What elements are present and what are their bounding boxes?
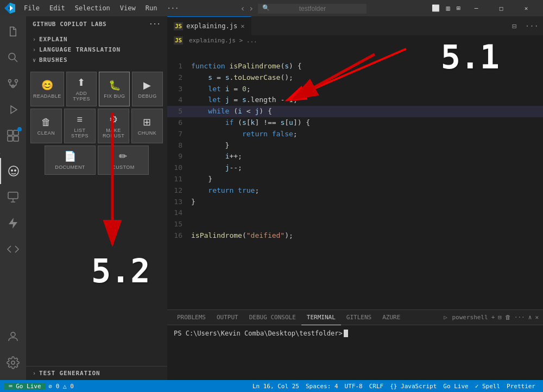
svg-point-3: [15, 80, 18, 83]
status-errors[interactable]: ⊘ 0 △ 0: [46, 383, 77, 390]
svg-point-2: [9, 80, 11, 83]
titlebar: File Edit Selection View Run ··· ‹ › 🔍 ⬜…: [0, 0, 543, 16]
terminal-body[interactable]: PS C:\Users\Kevin Comba\Desktop\testfold…: [167, 325, 543, 380]
brush-fix-bug[interactable]: 🐛 FIX BUG: [99, 72, 130, 106]
terminal-maximize-icon[interactable]: ∧: [528, 314, 532, 321]
svg-rect-8: [8, 130, 12, 135]
tab-azure[interactable]: AZURE: [377, 310, 406, 325]
close-button[interactable]: ✕: [514, 0, 539, 16]
code-line-5: 5 while (i < j) {: [167, 106, 543, 117]
status-eol[interactable]: CRLF: [366, 383, 387, 390]
svg-point-12: [9, 166, 18, 176]
menu-run[interactable]: Run: [141, 3, 162, 13]
menu-bar: File Edit Selection View Run ···: [20, 3, 183, 13]
terminal-more-icon[interactable]: ···: [514, 314, 525, 321]
sidebar-explain[interactable]: › EXPLAIN: [26, 34, 167, 45]
menu-edit[interactable]: Edit: [45, 3, 70, 13]
status-spaces[interactable]: Spaces: 4: [302, 383, 342, 390]
layout3-icon[interactable]: ⊞: [453, 4, 464, 12]
activity-copilot[interactable]: [0, 158, 26, 184]
activity-extensions[interactable]: [0, 123, 26, 149]
code-line-16: 16 isPalindrome("deified");: [167, 230, 543, 242]
svg-marker-18: [9, 218, 17, 229]
terminal-trash-icon[interactable]: 🗑: [505, 314, 511, 321]
tab-output[interactable]: OUTPUT: [211, 310, 244, 325]
activity-accounts[interactable]: [0, 324, 26, 350]
sidebar-test-generation[interactable]: › TEST GENERATION: [26, 366, 167, 380]
code-line-3: 3 let i = 0;: [167, 84, 543, 95]
terminal-close-icon[interactable]: ✕: [535, 314, 539, 321]
status-language[interactable]: {} JavaScript: [387, 383, 440, 390]
svg-point-0: [9, 53, 15, 60]
tab-problems[interactable]: PROBLEMS: [172, 310, 211, 325]
sidebar-language-translation[interactable]: › LANGUAGE TRANSLATION: [26, 45, 167, 55]
activity-code[interactable]: [0, 236, 26, 262]
status-golive[interactable]: Go Live: [440, 383, 471, 390]
activity-remote[interactable]: [0, 184, 26, 210]
code-editor[interactable]: 1 function isPalindrome(s) { 2 s = s.toL…: [167, 46, 543, 309]
tab-terminal[interactable]: TERMINAL: [301, 310, 341, 325]
vscode-icon: [4, 3, 15, 14]
menu-view[interactable]: View: [116, 3, 140, 13]
brush-make-robust[interactable]: ⚙ MAKE ROBUST: [98, 109, 129, 143]
brush-list-steps[interactable]: ≡ LIST STEPS: [64, 109, 96, 143]
layout2-icon[interactable]: ▥: [443, 4, 453, 12]
activity-explorer[interactable]: [0, 18, 26, 45]
code-line-12: 12 return true;: [167, 185, 543, 197]
split-editor-icon[interactable]: ⊟: [512, 22, 516, 30]
menu-more[interactable]: ···: [162, 3, 183, 13]
menu-file[interactable]: File: [20, 3, 44, 13]
status-encoding[interactable]: UTF-8: [342, 383, 366, 390]
expand-icon: ›: [33, 36, 36, 42]
terminal-shell-label: ▷ powershell: [444, 314, 488, 321]
brush-add-types[interactable]: ⬆ ADD TYPES: [66, 72, 97, 106]
brush-clean[interactable]: 🗑 CLEAN: [30, 109, 62, 143]
minimize-button[interactable]: ─: [464, 0, 489, 16]
brush-chunk[interactable]: ⊞ CHUNK: [131, 109, 163, 143]
brush-debug[interactable]: ▶ DEBUG: [132, 72, 163, 106]
tab-explaining-js[interactable]: JS explaining.js ✕: [167, 16, 251, 35]
search-icon: 🔍: [262, 4, 270, 11]
activity-git[interactable]: [0, 71, 26, 97]
clean-icon: 🗑: [41, 117, 51, 128]
debug-icon: ▶: [143, 79, 151, 91]
maximize-button[interactable]: □: [489, 0, 514, 16]
sidebar: GITHUB COPILOT LABS ··· › EXPLAIN › LANG…: [26, 16, 167, 380]
layout-icon[interactable]: ⬜: [428, 4, 443, 12]
activity-debug[interactable]: [0, 97, 26, 123]
status-bar: ⌨ Go Live ⊘ 0 △ 0 Ln 16, Col 25 Spaces: …: [0, 380, 543, 392]
svg-rect-11: [14, 136, 18, 141]
nav-forward[interactable]: ›: [249, 3, 254, 14]
activity-settings[interactable]: [0, 350, 26, 376]
sidebar-brushes[interactable]: ∨ BRUSHES: [26, 55, 167, 65]
status-line-col[interactable]: Ln 16, Col 25: [249, 383, 302, 390]
terminal-add-icon[interactable]: +: [491, 314, 495, 321]
activity-lightning[interactable]: [0, 210, 26, 236]
code-line-8: 8 }: [167, 140, 543, 151]
tab-close-button[interactable]: ✕: [241, 22, 244, 30]
status-spell[interactable]: ✓ Spell: [472, 383, 503, 390]
brushes-section: 😊 READABLE ⬆ ADD TYPES 🐛 FIX BUG ▶ DEBUG: [26, 67, 167, 179]
nav-back[interactable]: ‹: [240, 3, 245, 14]
brush-custom[interactable]: ✏ CUSTOM: [98, 146, 149, 175]
svg-point-20: [11, 361, 15, 364]
code-line-9: 9 i++;: [167, 151, 543, 162]
terminal-actions: ▷ powershell + ⊟ 🗑 ··· ∧ ✕: [444, 314, 539, 321]
activity-search[interactable]: [0, 45, 26, 71]
sidebar-title: GITHUB COPILOT LABS ···: [26, 16, 167, 32]
search-input[interactable]: [258, 4, 367, 14]
fix-bug-icon: 🐛: [109, 79, 121, 91]
tab-gitlens[interactable]: GITLENS: [341, 310, 377, 325]
menu-selection[interactable]: Selection: [71, 3, 115, 13]
status-prettier[interactable]: Prettier: [503, 383, 539, 390]
sidebar-more-icon[interactable]: ···: [149, 21, 161, 28]
code-line-7: 7 return false;: [167, 129, 543, 140]
brush-readable[interactable]: 😊 READABLE: [30, 72, 64, 106]
tab-debug-console[interactable]: DEBUG CONSOLE: [244, 310, 301, 325]
terminal-prompt: PS C:\Users\Kevin Comba\Desktop\testfold…: [174, 330, 536, 337]
brush-document[interactable]: 📄 DOCUMENT: [45, 146, 96, 175]
more-tabs-icon[interactable]: ···: [525, 22, 539, 30]
status-remote[interactable]: ⌨ Go Live: [4, 383, 46, 390]
terminal-split-icon[interactable]: ⊟: [498, 314, 502, 321]
readable-icon: 😊: [41, 79, 53, 91]
